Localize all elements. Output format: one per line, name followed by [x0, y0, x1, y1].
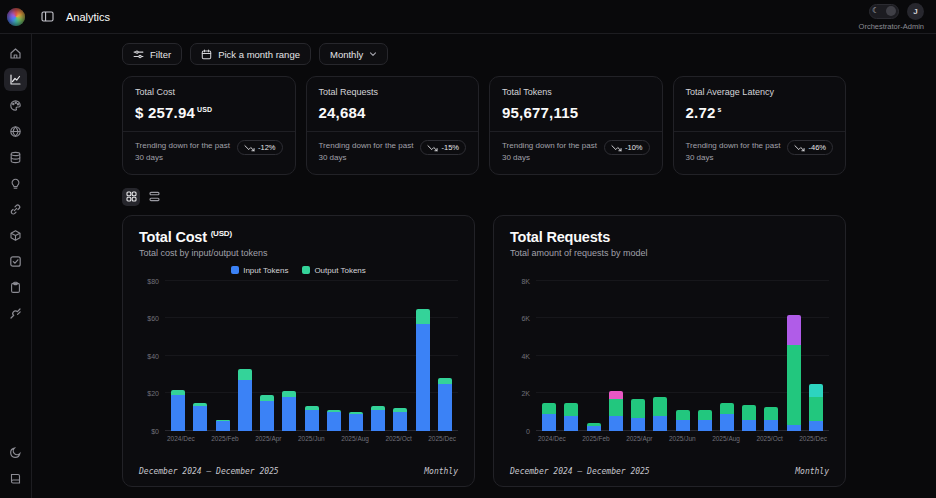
bar-stack[interactable] — [393, 408, 407, 431]
bar-segment[interactable] — [809, 421, 823, 430]
bar-segment[interactable] — [587, 426, 601, 431]
bar-segment[interactable] — [698, 420, 712, 431]
bar-stack[interactable] — [171, 390, 185, 431]
bar-stack[interactable] — [282, 391, 296, 430]
bar-segment[interactable] — [809, 397, 823, 421]
x-tick-label: 2025/Oct — [756, 435, 782, 445]
bar-segment[interactable] — [653, 397, 667, 416]
chart-legend: Input TokensOutput Tokens — [139, 264, 458, 277]
trend-badge: -46% — [787, 140, 833, 155]
bar-stack[interactable] — [327, 410, 341, 431]
x-tick-label — [412, 435, 428, 445]
bar-stack[interactable] — [260, 395, 274, 431]
sidebar-item-package[interactable] — [4, 224, 27, 247]
app-logo[interactable] — [7, 8, 25, 26]
bar-segment[interactable] — [809, 384, 823, 397]
sidebar-toggle-button[interactable] — [36, 6, 58, 28]
bar-stack[interactable] — [542, 403, 556, 431]
bar-stack[interactable] — [416, 309, 430, 431]
bar-segment[interactable] — [371, 410, 385, 431]
line-chart-icon — [9, 73, 22, 86]
bar-segment[interactable] — [282, 397, 296, 431]
date-range-button[interactable]: Pick a month range — [190, 43, 311, 65]
bar-segment[interactable] — [305, 410, 319, 431]
bar-segment[interactable] — [676, 420, 690, 431]
sidebar-item-database[interactable] — [4, 146, 27, 169]
bar-segment[interactable] — [698, 410, 712, 419]
bar-segment[interactable] — [609, 391, 623, 399]
bar-segment[interactable] — [787, 315, 801, 345]
bar-segment[interactable] — [787, 425, 801, 431]
bar-segment[interactable] — [416, 324, 430, 431]
sidebar-item-globe[interactable] — [4, 120, 27, 143]
bar-stack[interactable] — [720, 403, 734, 431]
theme-toggle[interactable]: ☾ — [869, 4, 899, 19]
bar-stack[interactable] — [216, 420, 230, 431]
bar-stack[interactable] — [438, 378, 452, 431]
bar-segment[interactable] — [216, 421, 230, 430]
bar-stack[interactable] — [653, 397, 667, 431]
list-view-button[interactable] — [145, 188, 163, 206]
bar-segment[interactable] — [631, 418, 645, 431]
bar-segment[interactable] — [260, 401, 274, 431]
bar-segment[interactable] — [676, 410, 690, 419]
bar-stack[interactable] — [676, 410, 690, 431]
bar-segment[interactable] — [416, 309, 430, 324]
bar-stack[interactable] — [764, 407, 778, 430]
bar-stack[interactable] — [371, 406, 385, 430]
bar-segment[interactable] — [238, 369, 252, 380]
bar-segment[interactable] — [609, 399, 623, 416]
bar-stack[interactable] — [305, 406, 319, 430]
bar-segment[interactable] — [742, 420, 756, 431]
bar-stack[interactable] — [609, 391, 623, 430]
bar-segment[interactable] — [720, 403, 734, 414]
bar-column — [605, 281, 627, 431]
bar-segment[interactable] — [787, 345, 801, 426]
clipboard-icon — [9, 281, 22, 294]
grid-view-button[interactable] — [122, 188, 140, 206]
bar-stack[interactable] — [742, 405, 756, 431]
bar-stack[interactable] — [238, 369, 252, 431]
bar-segment[interactable] — [542, 414, 556, 431]
bar-segment[interactable] — [393, 412, 407, 431]
bar-segment[interactable] — [171, 395, 185, 431]
bar-segment[interactable] — [742, 405, 756, 420]
bar-stack[interactable] — [349, 412, 363, 431]
bar-stack[interactable] — [564, 403, 578, 431]
sidebar-item-tasks[interactable] — [4, 250, 27, 273]
avatar[interactable]: J — [907, 3, 924, 20]
bar-segment[interactable] — [564, 403, 578, 416]
sidebar-item-docs[interactable] — [4, 467, 27, 490]
bar-segment[interactable] — [653, 416, 667, 431]
sidebar-item-link[interactable] — [4, 198, 27, 221]
legend-item[interactable]: Output Tokens — [302, 266, 365, 275]
bar-segment[interactable] — [193, 406, 207, 430]
bar-segment[interactable] — [764, 407, 778, 420]
bar-stack[interactable] — [809, 384, 823, 431]
bar-segment[interactable] — [609, 416, 623, 431]
legend-item[interactable]: Input Tokens — [231, 266, 288, 275]
bar-stack[interactable] — [193, 403, 207, 431]
bar-segment[interactable] — [438, 384, 452, 431]
bar-stack[interactable] — [631, 399, 645, 431]
bar-segment[interactable] — [238, 380, 252, 431]
bar-segment[interactable] — [631, 399, 645, 418]
sidebar-item-theme[interactable] — [4, 441, 27, 464]
sidebar-item-lightbulb[interactable] — [4, 172, 27, 195]
bar-segment[interactable] — [720, 414, 734, 431]
bar-segment[interactable] — [327, 412, 341, 431]
bar-segment[interactable] — [564, 416, 578, 431]
sidebar-item-clipboard[interactable] — [4, 276, 27, 299]
bar-stack[interactable] — [587, 423, 601, 431]
bar-segment[interactable] — [349, 414, 363, 431]
sidebar-item-home[interactable] — [4, 42, 27, 65]
bar-segment[interactable] — [542, 403, 556, 414]
sidebar-item-tools[interactable] — [4, 302, 27, 325]
filter-button[interactable]: Filter — [122, 43, 182, 65]
bar-segment[interactable] — [764, 420, 778, 430]
sidebar-item-analytics[interactable] — [4, 68, 27, 91]
bar-stack[interactable] — [698, 410, 712, 431]
sidebar-item-palette[interactable] — [4, 94, 27, 117]
bar-stack[interactable] — [787, 315, 801, 431]
granularity-select[interactable]: Monthly — [319, 43, 388, 65]
